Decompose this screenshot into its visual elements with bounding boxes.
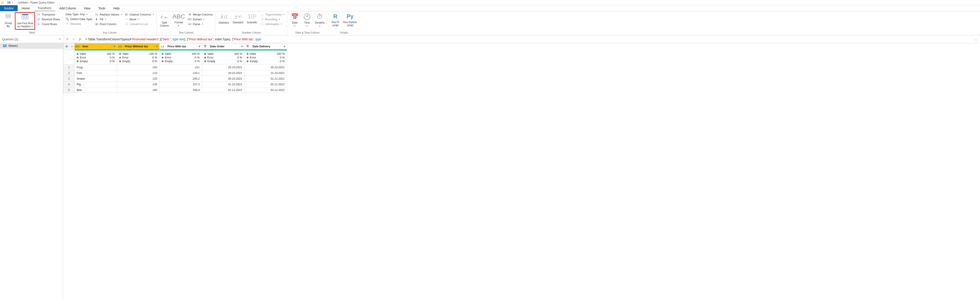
qat-customize-icon[interactable]: ▾ (12, 2, 13, 4)
group-label-datetime: Date & Time Column (289, 31, 326, 35)
reverse-rows-button[interactable]: ⮃Reverse Rows (36, 17, 61, 21)
parse-button[interactable]: abcParse▾ (187, 22, 214, 26)
pivot-column-button[interactable]: ⊞Pivot Column (94, 22, 123, 26)
date-type-icon: 📅 (202, 45, 208, 48)
table-row[interactable]: 4Pig130157,331.10.202102.11.2021 (64, 81, 287, 87)
rounding-icon: .0 (260, 17, 264, 21)
column-header-price-with-tax[interactable]: 1.2Price With tax▾ (159, 43, 202, 49)
tab-transform[interactable]: Transform (34, 5, 56, 11)
duration-button[interactable]: ⏱Duration▾ (313, 12, 326, 29)
chevron-down-icon[interactable]: ▾ (70, 45, 74, 48)
count-rows-button[interactable]: ≡Count Rows (36, 22, 61, 26)
filter-icon[interactable]: ▾ (240, 45, 244, 48)
tab-help[interactable]: Help (110, 5, 124, 11)
formula-input[interactable]: = Table.TransformColumnTypes(#"Promoted … (84, 37, 972, 42)
table-row[interactable]: 5Bee140169,401.11.202103.11.2021 (64, 87, 287, 93)
group-by-button[interactable]: Group By (3, 12, 14, 29)
format-button[interactable]: ABC Format▾ (171, 12, 186, 28)
unpivot-columns-button[interactable]: ⊟Unpivot Columns▾ (124, 12, 155, 17)
group-label-number-column: Number Column (218, 31, 286, 35)
svg-rect-7 (6, 17, 11, 18)
svg-rect-6 (6, 16, 11, 17)
filter-icon[interactable]: ▾ (154, 45, 159, 48)
merge-columns-button[interactable]: ⊕Merge Columns (187, 12, 214, 17)
filter-icon[interactable]: ▾ (112, 45, 117, 48)
table-row[interactable]: 1Frog10012128.10.202130.10.2021 (64, 65, 287, 70)
cancel-formula-icon[interactable]: ✕ (65, 37, 70, 42)
use-first-row-as-headers-button[interactable]: Use First Row as Headers ▾ (15, 12, 35, 30)
data-type-button[interactable]: Data Type: Any▾ (65, 12, 93, 16)
date-button[interactable]: 📅Date▾ (289, 12, 301, 29)
tab-tools[interactable]: Tools (94, 5, 110, 11)
column-header-price-without-tax[interactable]: 123Price Without tax▾ (117, 43, 159, 49)
move-icon: ↔ (125, 17, 128, 21)
transpose-button[interactable]: ⤭Transpose (36, 12, 61, 17)
fill-button[interactable]: ⬇Fill▾ (94, 17, 123, 21)
replace-values-button[interactable]: ½Replace Values▾ (94, 12, 123, 17)
select-all-button[interactable]: ⊞▾ (64, 43, 75, 49)
unpivot-icon: ⊟ (125, 13, 128, 16)
table-row[interactable]: 3Snake120145,230.10.202101.11.2021 (64, 76, 287, 81)
svg-rect-0 (1, 2, 2, 4)
tab-add-column[interactable]: Add Column (56, 5, 80, 11)
standard-button[interactable]: ±×Standard (231, 12, 245, 25)
scientific-button[interactable]: 10²Scientific (245, 12, 259, 25)
table-row[interactable]: 2Fish110133,129.10.202131.10.2021 (64, 70, 287, 76)
list-icon: ☰ (125, 22, 128, 26)
ribbon-group-number-column: x̄σStatistics ±×Standard 10²Scientific △… (216, 12, 288, 35)
save-icon[interactable] (7, 1, 11, 4)
svg-rect-8 (22, 14, 28, 15)
fx-icon[interactable]: fx (78, 37, 83, 42)
trigonometry-button[interactable]: △Trigonometry▾ (259, 12, 285, 17)
tab-file[interactable]: Soubor (0, 5, 18, 11)
time-button[interactable]: 🕐Time▾ (301, 12, 313, 29)
statistics-icon: x̄σ (220, 13, 228, 20)
column-header-item[interactable]: ABCItem▾ (75, 43, 117, 49)
main-panel: ✕ ✓ fx = Table.TransformColumnTypes(#"Pr… (63, 35, 980, 299)
column-stats: Valid100 % Error0 % Empty0 % (75, 51, 117, 65)
split-icon: ⫞⫠ (160, 13, 169, 20)
transpose-icon: ⤭ (37, 13, 40, 16)
titlebar-divider: | (14, 1, 15, 4)
collapse-pane-icon[interactable]: < (59, 37, 61, 41)
titlebar: | ▾ | Untitled - Power Query Editor (0, 0, 980, 5)
column-stats-row: Valid100 % Error0 % Empty0 % Valid100 % … (64, 51, 287, 65)
fill-icon: ⬇ (95, 17, 98, 21)
split-column-button[interactable]: ⫞⫠ Split Column (159, 12, 170, 28)
statistics-button[interactable]: x̄σStatistics (218, 12, 231, 25)
duration-icon: ⏱ (317, 13, 323, 20)
detect-data-type-button[interactable]: 🔍Detect Data Type (65, 17, 93, 21)
accept-formula-icon[interactable]: ✓ (71, 37, 76, 42)
tab-home[interactable]: Home (18, 5, 33, 11)
convert-to-list-button[interactable]: ☰Convert to List (124, 22, 155, 26)
data-grid[interactable]: ⊞▾ ABCItem▾ 123Price Without tax▾ 1.2Pri… (63, 43, 980, 93)
query-item[interactable]: Sheet1 (0, 43, 63, 49)
filter-icon[interactable]: ▾ (197, 45, 202, 48)
detect-icon: 🔍 (65, 17, 69, 21)
parse-icon: abc (188, 22, 192, 26)
rename-button[interactable]: ✎Rename (65, 22, 93, 26)
int-type-icon: 123 (117, 45, 123, 48)
info-icon: ⓘ (260, 22, 264, 26)
python-icon: Py (347, 13, 353, 20)
extract-button[interactable]: ABCExtract▾ (187, 17, 214, 21)
column-stats: Valid100 % Error0 % Empty0 % (159, 51, 202, 65)
pivot-icon: ⊞ (95, 22, 98, 26)
column-header-date-order[interactable]: 📅Date Order▾ (202, 43, 245, 49)
tab-view[interactable]: View (80, 5, 94, 11)
rounding-button[interactable]: .0Rounding▾ (259, 17, 285, 21)
expand-formula-icon[interactable]: ⌄ (974, 38, 979, 41)
information-button[interactable]: ⓘInformation▾ (259, 22, 285, 26)
svg-rect-3 (8, 2, 10, 2)
run-r-script-button[interactable]: RRun R script (330, 12, 341, 28)
filter-icon[interactable]: ▾ (282, 45, 287, 48)
svg-rect-2 (3, 1, 3, 4)
column-header-date-delivery[interactable]: 📅Date Delivery▾ (245, 43, 287, 49)
move-button[interactable]: ↔Move▾ (124, 17, 155, 21)
group-label-any-column: Any Column (65, 31, 155, 35)
r-icon: R (333, 13, 337, 20)
ribbon-group-table: Group By Use First Row as Headers ▾ ⤭Tra… (1, 12, 63, 35)
clock-icon: 🕐 (303, 13, 311, 20)
run-python-script-button[interactable]: PyRun Python script (342, 12, 358, 28)
group-by-icon (5, 13, 11, 21)
